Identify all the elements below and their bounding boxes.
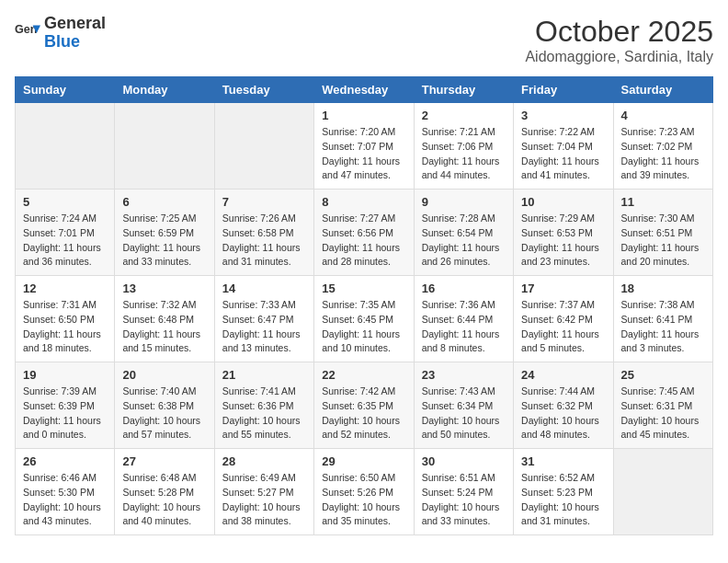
day-info: Sunrise: 7:33 AM Sunset: 6:47 PM Dayligh… [222, 298, 306, 356]
day-info: Sunrise: 7:37 AM Sunset: 6:42 PM Dayligh… [521, 298, 605, 356]
day-number: 25 [621, 368, 705, 382]
calendar-week-row: 5Sunrise: 7:24 AM Sunset: 7:01 PM Daylig… [16, 190, 713, 276]
logo-general-text: General [44, 15, 106, 33]
calendar-table: SundayMondayTuesdayWednesdayThursdayFrid… [15, 76, 713, 535]
calendar-cell: 24Sunrise: 7:44 AM Sunset: 6:32 PM Dayli… [514, 362, 613, 449]
day-number: 21 [222, 368, 306, 382]
day-number: 19 [23, 368, 107, 382]
day-number: 4 [621, 109, 705, 122]
calendar-cell: 1Sunrise: 7:20 AM Sunset: 7:07 PM Daylig… [314, 103, 414, 190]
calendar-cell: 8Sunrise: 7:27 AM Sunset: 6:56 PM Daylig… [314, 190, 414, 276]
calendar-cell: 25Sunrise: 7:45 AM Sunset: 6:31 PM Dayli… [613, 362, 712, 449]
day-info: Sunrise: 7:21 AM Sunset: 7:06 PM Dayligh… [422, 125, 506, 183]
day-info: Sunrise: 7:30 AM Sunset: 6:51 PM Dayligh… [621, 212, 705, 270]
logo-icon: Gen [15, 20, 40, 46]
calendar-header-row: SundayMondayTuesdayWednesdayThursdayFrid… [16, 77, 713, 103]
calendar-cell: 9Sunrise: 7:28 AM Sunset: 6:54 PM Daylig… [414, 190, 513, 276]
logo-blue-text: Blue [44, 33, 106, 52]
calendar-cell: 2Sunrise: 7:21 AM Sunset: 7:06 PM Daylig… [414, 103, 513, 190]
day-info: Sunrise: 7:24 AM Sunset: 7:01 PM Dayligh… [23, 212, 107, 270]
day-info: Sunrise: 7:22 AM Sunset: 7:04 PM Dayligh… [521, 125, 605, 183]
calendar-cell: 6Sunrise: 7:25 AM Sunset: 6:59 PM Daylig… [115, 190, 214, 276]
day-number: 14 [222, 282, 306, 295]
calendar-cell [214, 103, 313, 190]
calendar-cell: 5Sunrise: 7:24 AM Sunset: 7:01 PM Daylig… [16, 190, 115, 276]
day-info: Sunrise: 7:39 AM Sunset: 6:39 PM Dayligh… [23, 385, 107, 442]
day-number: 12 [23, 282, 107, 295]
calendar-week-row: 12Sunrise: 7:31 AM Sunset: 6:50 PM Dayli… [16, 276, 713, 362]
day-number: 23 [422, 368, 506, 382]
calendar-cell: 10Sunrise: 7:29 AM Sunset: 6:53 PM Dayli… [514, 190, 613, 276]
calendar-cell: 18Sunrise: 7:38 AM Sunset: 6:41 PM Dayli… [613, 276, 712, 362]
day-number: 5 [23, 195, 107, 209]
calendar-cell: 19Sunrise: 7:39 AM Sunset: 6:39 PM Dayli… [16, 362, 115, 449]
day-number: 13 [122, 282, 206, 295]
day-number: 10 [521, 195, 605, 209]
day-number: 16 [422, 282, 506, 295]
location-title: Aidomaggiore, Sardinia, Italy [525, 49, 713, 65]
day-info: Sunrise: 7:42 AM Sunset: 6:35 PM Dayligh… [322, 385, 405, 442]
calendar-week-row: 19Sunrise: 7:39 AM Sunset: 6:39 PM Dayli… [16, 362, 713, 449]
day-info: Sunrise: 7:25 AM Sunset: 6:59 PM Dayligh… [122, 212, 206, 270]
day-info: Sunrise: 7:44 AM Sunset: 6:32 PM Dayligh… [521, 385, 605, 442]
day-info: Sunrise: 7:23 AM Sunset: 7:02 PM Dayligh… [621, 125, 705, 183]
calendar-cell [115, 103, 214, 190]
day-number: 28 [222, 454, 306, 468]
month-title: October 2025 [525, 15, 713, 49]
calendar-cell: 12Sunrise: 7:31 AM Sunset: 6:50 PM Dayli… [16, 276, 115, 362]
calendar-cell: 4Sunrise: 7:23 AM Sunset: 7:02 PM Daylig… [613, 103, 712, 190]
calendar-cell: 13Sunrise: 7:32 AM Sunset: 6:48 PM Dayli… [115, 276, 214, 362]
title-block: October 2025 Aidomaggiore, Sardinia, Ita… [525, 15, 713, 65]
calendar-cell: 20Sunrise: 7:40 AM Sunset: 6:38 PM Dayli… [115, 362, 214, 449]
col-header-saturday: Saturday [613, 77, 712, 103]
calendar-cell: 27Sunrise: 6:48 AM Sunset: 5:28 PM Dayli… [115, 449, 214, 535]
day-number: 11 [621, 195, 705, 209]
calendar-cell: 30Sunrise: 6:51 AM Sunset: 5:24 PM Dayli… [414, 449, 513, 535]
svg-text:Gen: Gen [15, 23, 38, 36]
page-header: Gen General Blue October 2025 Aidomaggio… [15, 15, 713, 65]
day-info: Sunrise: 7:45 AM Sunset: 6:31 PM Dayligh… [621, 385, 705, 442]
day-number: 27 [122, 454, 206, 468]
day-info: Sunrise: 7:38 AM Sunset: 6:41 PM Dayligh… [621, 298, 705, 356]
calendar-cell: 22Sunrise: 7:42 AM Sunset: 6:35 PM Dayli… [314, 362, 414, 449]
calendar-cell: 14Sunrise: 7:33 AM Sunset: 6:47 PM Dayli… [214, 276, 313, 362]
col-header-friday: Friday [514, 77, 613, 103]
day-number: 1 [322, 109, 405, 122]
day-number: 31 [521, 454, 605, 468]
day-info: Sunrise: 6:52 AM Sunset: 5:23 PM Dayligh… [521, 471, 605, 529]
day-info: Sunrise: 6:48 AM Sunset: 5:28 PM Dayligh… [122, 471, 206, 529]
col-header-wednesday: Wednesday [314, 77, 414, 103]
day-number: 9 [422, 195, 506, 209]
day-info: Sunrise: 7:20 AM Sunset: 7:07 PM Dayligh… [322, 125, 405, 183]
calendar-cell: 7Sunrise: 7:26 AM Sunset: 6:58 PM Daylig… [214, 190, 313, 276]
col-header-thursday: Thursday [414, 77, 513, 103]
day-info: Sunrise: 7:35 AM Sunset: 6:45 PM Dayligh… [322, 298, 405, 356]
day-number: 30 [422, 454, 506, 468]
day-info: Sunrise: 7:29 AM Sunset: 6:53 PM Dayligh… [521, 212, 605, 270]
day-number: 8 [322, 195, 405, 209]
calendar-cell [16, 103, 115, 190]
calendar-cell: 3Sunrise: 7:22 AM Sunset: 7:04 PM Daylig… [514, 103, 613, 190]
day-number: 20 [122, 368, 206, 382]
col-header-monday: Monday [115, 77, 214, 103]
col-header-tuesday: Tuesday [214, 77, 313, 103]
calendar-cell: 31Sunrise: 6:52 AM Sunset: 5:23 PM Dayli… [514, 449, 613, 535]
day-number: 18 [621, 282, 705, 295]
day-number: 29 [322, 454, 405, 468]
day-number: 17 [521, 282, 605, 295]
day-info: Sunrise: 7:32 AM Sunset: 6:48 PM Dayligh… [122, 298, 206, 356]
calendar-cell: 21Sunrise: 7:41 AM Sunset: 6:36 PM Dayli… [214, 362, 313, 449]
day-info: Sunrise: 6:51 AM Sunset: 5:24 PM Dayligh… [422, 471, 506, 529]
calendar-cell: 15Sunrise: 7:35 AM Sunset: 6:45 PM Dayli… [314, 276, 414, 362]
day-info: Sunrise: 7:31 AM Sunset: 6:50 PM Dayligh… [23, 298, 107, 356]
day-info: Sunrise: 7:28 AM Sunset: 6:54 PM Dayligh… [422, 212, 506, 270]
day-info: Sunrise: 6:46 AM Sunset: 5:30 PM Dayligh… [23, 471, 107, 529]
col-header-sunday: Sunday [16, 77, 115, 103]
calendar-cell: 17Sunrise: 7:37 AM Sunset: 6:42 PM Dayli… [514, 276, 613, 362]
day-info: Sunrise: 7:43 AM Sunset: 6:34 PM Dayligh… [422, 385, 506, 442]
day-info: Sunrise: 7:27 AM Sunset: 6:56 PM Dayligh… [322, 212, 405, 270]
calendar-week-row: 1Sunrise: 7:20 AM Sunset: 7:07 PM Daylig… [16, 103, 713, 190]
calendar-cell: 23Sunrise: 7:43 AM Sunset: 6:34 PM Dayli… [414, 362, 513, 449]
calendar-cell: 28Sunrise: 6:49 AM Sunset: 5:27 PM Dayli… [214, 449, 313, 535]
day-number: 3 [521, 109, 605, 122]
